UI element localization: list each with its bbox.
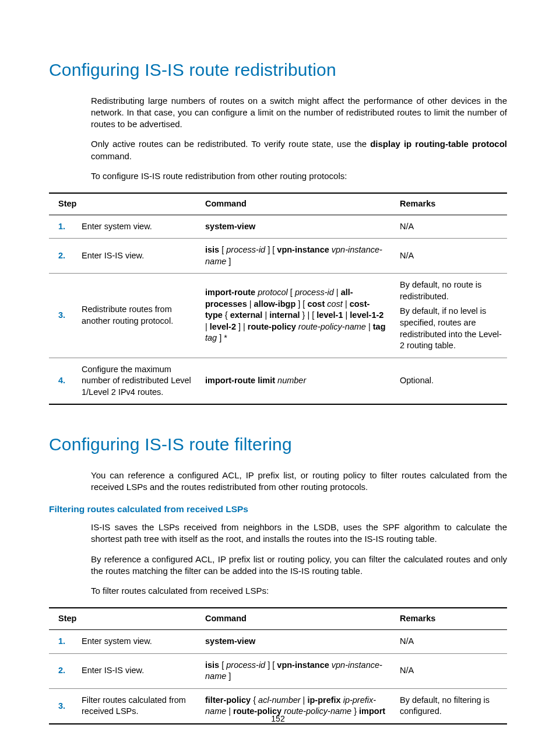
step-number: 1. <box>49 215 78 239</box>
table-row: 1.Enter system view.system-viewN/A <box>49 215 507 239</box>
section1-para2-post: command. <box>91 151 132 161</box>
th-command: Command <box>202 193 396 215</box>
th-remarks: Remarks <box>396 193 507 215</box>
remarks-text: N/A <box>396 239 507 274</box>
th-command2: Command <box>202 608 396 629</box>
table1-body: 1.Enter system view.system-viewN/A2.Ente… <box>49 215 507 404</box>
section1-para1: Redistributing large numbers of routes o… <box>91 95 507 131</box>
remarks-text: N/A <box>396 215 507 239</box>
section1-para2-pre: Only active routes can be redistributed.… <box>91 139 370 149</box>
section2-subheading: Filtering routes calculated from receive… <box>49 503 507 516</box>
table-row: 4.Configure the maximum number of redist… <box>49 358 507 404</box>
step-number: 2. <box>49 239 78 274</box>
page-number: 152 <box>0 713 556 724</box>
command-text: system-view <box>202 215 396 239</box>
section1-para3: To configure IS-IS route redistribution … <box>91 170 507 182</box>
step-text: Enter system view. <box>78 215 202 239</box>
step-number: 1. <box>49 630 78 654</box>
command-text: isis [ process-id ] [ vpn-instance vpn-i… <box>202 653 396 688</box>
step-number: 3. <box>49 274 78 358</box>
remarks-text: Optional. <box>396 358 507 404</box>
step-text: Redistribute routes from another routing… <box>78 274 202 358</box>
th-step: Step <box>49 193 202 215</box>
command-text: system-view <box>202 630 396 654</box>
section2-para1: You can reference a configured ACL, IP p… <box>91 470 507 494</box>
command-text: isis [ process-id ] [ vpn-instance vpn-i… <box>202 239 396 274</box>
table-row: 2.Enter IS-IS view.isis [ process-id ] [… <box>49 239 507 274</box>
step-text: Enter system view. <box>78 630 202 654</box>
command-text: import-route protocol [ process-id | all… <box>202 274 396 358</box>
step-number: 2. <box>49 653 78 688</box>
step-text: Enter IS-IS view. <box>78 239 202 274</box>
section1-title: Configuring IS-IS route redistribution <box>49 58 507 82</box>
remarks-text: N/A <box>396 630 507 654</box>
table-row: 2.Enter IS-IS view.isis [ process-id ] [… <box>49 653 507 688</box>
section2-para4: To filter routes calculated from receive… <box>91 585 507 597</box>
table2-body: 1.Enter system view.system-viewN/A2.Ente… <box>49 630 507 724</box>
table-row: 3.Redistribute routes from another routi… <box>49 274 507 358</box>
command-text: import-route limit number <box>202 358 396 404</box>
remarks-text: By default, no route is redistributed.By… <box>396 274 507 358</box>
step-text: Enter IS-IS view. <box>78 653 202 688</box>
section2-title: Configuring IS-IS route filtering <box>49 433 507 457</box>
page: Configuring IS-IS route redistribution R… <box>0 0 556 756</box>
section1-para2: Only active routes can be redistributed.… <box>91 138 507 162</box>
step-number: 4. <box>49 358 78 404</box>
remarks-text: N/A <box>396 653 507 688</box>
section2-para3: By reference a configured ACL, IP prefix… <box>91 554 507 578</box>
table-filtering: Step Command Remarks 1.Enter system view… <box>49 607 507 724</box>
section1-para2-bold: display ip routing-table protocol <box>370 139 507 149</box>
table-redistribution: Step Command Remarks 1.Enter system view… <box>49 192 507 405</box>
th-step2: Step <box>49 608 202 629</box>
table-row: 1.Enter system view.system-viewN/A <box>49 630 507 654</box>
section2-para2: IS-IS saves the LSPs received from neigh… <box>91 522 507 545</box>
step-text: Configure the maximum number of redistri… <box>78 358 202 404</box>
th-remarks2: Remarks <box>396 608 507 629</box>
